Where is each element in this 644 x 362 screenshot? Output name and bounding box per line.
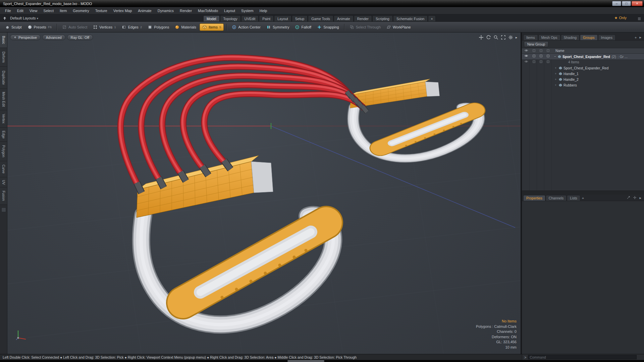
collapse-icon[interactable]: − bbox=[554, 55, 558, 58]
menu-geometry[interactable]: Geometry bbox=[70, 8, 92, 14]
close-button[interactable]: × bbox=[632, 1, 643, 6]
left-tab-fusion[interactable]: Fusion bbox=[0, 187, 7, 205]
add-panel-tab-button[interactable]: + bbox=[633, 36, 638, 40]
edges-mode-button[interactable]: Edges 2 bbox=[119, 24, 145, 31]
add-lower-tab-button[interactable]: + bbox=[581, 196, 585, 201]
menu-layout[interactable]: Layout bbox=[221, 8, 238, 14]
row-state-icons[interactable] bbox=[522, 54, 551, 57]
filter-toggle-icon[interactable] bbox=[547, 60, 549, 63]
menu-help[interactable]: Help bbox=[257, 8, 270, 14]
tab-lists[interactable]: Lists bbox=[567, 195, 580, 201]
filter-toggle-icon[interactable] bbox=[547, 55, 549, 57]
menu-file[interactable]: File bbox=[2, 8, 14, 14]
lock-toggle-icon[interactable] bbox=[540, 55, 542, 57]
left-tab-curve[interactable]: Curve bbox=[0, 161, 7, 177]
row-state-icons[interactable] bbox=[522, 60, 551, 63]
menu-edit[interactable]: Edit bbox=[14, 8, 26, 14]
tree-row-sport-chest-expander-red[interactable]: + Sport_Chest_Expander_Red bbox=[522, 65, 644, 71]
expand-panel-icon[interactable] bbox=[625, 196, 632, 201]
expander-plus-icon[interactable]: + bbox=[555, 72, 556, 75]
menu-view[interactable]: View bbox=[26, 8, 41, 14]
tab-items[interactable]: Items bbox=[523, 35, 538, 40]
layout-only-toggle[interactable]: ★ Only bbox=[614, 16, 627, 20]
tab-schematic-fusion[interactable]: Schematic Fusion bbox=[393, 15, 428, 21]
left-tab-edge[interactable]: Edge bbox=[0, 128, 7, 142]
polygons-mode-button[interactable]: Polygons bbox=[145, 24, 171, 31]
tab-topology[interactable]: Topology bbox=[220, 15, 241, 21]
menu-system[interactable]: System bbox=[238, 8, 257, 14]
tab-paint[interactable]: Paint bbox=[259, 15, 274, 21]
action-center-button[interactable]: Action Center bbox=[229, 24, 263, 31]
tree-row-rubbers[interactable]: + Rubbers bbox=[522, 82, 644, 88]
viewport-menu-arrow-icon[interactable]: ▸ bbox=[516, 36, 517, 39]
command-input[interactable] bbox=[528, 355, 637, 359]
tab-layout[interactable]: Layout bbox=[274, 15, 291, 21]
menu-render[interactable]: Render bbox=[177, 8, 195, 14]
left-tab-basic[interactable]: Basic bbox=[0, 33, 7, 48]
tree-row-handle-2[interactable]: + Handle_2 bbox=[522, 76, 644, 82]
lock-toggle-icon[interactable] bbox=[540, 60, 542, 63]
3d-viewport[interactable]: Perspective Advanced Ray GL: Off ▸ bbox=[7, 33, 521, 354]
menu-item[interactable]: Item bbox=[57, 8, 70, 14]
tab-game-tools[interactable]: Game Tools bbox=[308, 15, 333, 21]
tab-animate[interactable]: Animate bbox=[334, 15, 354, 21]
render-toggle-icon[interactable] bbox=[533, 60, 535, 63]
render-toggle-icon[interactable] bbox=[533, 55, 535, 57]
new-group-button[interactable]: New Group bbox=[524, 41, 548, 47]
perspective-button[interactable]: Perspective bbox=[10, 35, 41, 40]
left-tab-mesh-edit[interactable]: Mesh Edit bbox=[0, 89, 7, 110]
tab-model[interactable]: Model bbox=[203, 15, 220, 21]
tab-properties[interactable]: Properties bbox=[523, 195, 545, 201]
panel-overflow-icon[interactable]: ▸ bbox=[638, 196, 643, 201]
vertices-mode-button[interactable]: Vertices 1 bbox=[91, 24, 118, 31]
raygl-button[interactable]: Ray GL: Off bbox=[67, 35, 93, 40]
menu-select[interactable]: Select bbox=[40, 8, 57, 14]
select-through-button[interactable]: Select Through bbox=[347, 24, 383, 31]
left-tab-vertex[interactable]: Vertex bbox=[0, 110, 7, 128]
tree-row-handle-1[interactable]: + Handle_1 bbox=[522, 71, 644, 76]
visibility-eye-icon[interactable] bbox=[524, 60, 528, 63]
left-tab-deform[interactable]: Deform bbox=[0, 48, 7, 67]
menu-texture[interactable]: Texture bbox=[92, 8, 110, 14]
menu-dynamics[interactable]: Dynamics bbox=[155, 8, 177, 14]
default-layouts-dropdown[interactable]: Default Layouts▾ bbox=[10, 16, 38, 20]
tab-setup[interactable]: Setup bbox=[292, 15, 308, 21]
falloff-button[interactable]: Falloff bbox=[292, 24, 314, 31]
left-tab-polygon[interactable]: Polygon bbox=[0, 142, 7, 161]
minimize-button[interactable]: – bbox=[612, 1, 621, 6]
menu-animate[interactable]: Animate bbox=[135, 8, 154, 14]
add-layout-tab-button[interactable]: + bbox=[428, 15, 435, 21]
left-tab-duplicate[interactable]: Duplicate bbox=[0, 67, 7, 89]
left-strip-mini-button[interactable] bbox=[1, 207, 6, 212]
tree-row-group-root[interactable]: − Sport_Chest_Expander_Red (2) : Gr ... bbox=[522, 54, 644, 59]
bottom-scrollbar-thumb[interactable] bbox=[287, 360, 324, 362]
tab-uvedit[interactable]: UVEdit bbox=[241, 15, 259, 21]
advanced-button[interactable]: Advanced bbox=[42, 35, 65, 40]
frame-icon[interactable] bbox=[501, 35, 506, 40]
tab-render[interactable]: Render bbox=[354, 15, 372, 21]
workplane-button[interactable]: WorkPlane bbox=[384, 24, 413, 31]
layout-up-icon[interactable] bbox=[2, 16, 7, 22]
expander-plus-icon[interactable]: + bbox=[555, 78, 556, 81]
tab-groups[interactable]: Groups bbox=[580, 35, 597, 40]
gear-icon[interactable] bbox=[632, 196, 638, 201]
expander-plus-icon[interactable]: + bbox=[555, 83, 556, 87]
pan-icon[interactable] bbox=[479, 35, 484, 40]
maximize-button[interactable]: □ bbox=[622, 1, 631, 6]
layout-options-icon[interactable] bbox=[637, 16, 641, 22]
panel-tab-overflow-icon[interactable]: ▸ bbox=[638, 35, 643, 40]
sculpt-button[interactable]: Sculpt bbox=[3, 24, 24, 31]
snapping-button[interactable]: Snapping bbox=[315, 24, 341, 31]
menu-maxtomodo[interactable]: MaxToModo bbox=[195, 8, 221, 14]
tab-images[interactable]: Images bbox=[598, 35, 615, 40]
tab-mesh-ops[interactable]: Mesh Ops bbox=[538, 35, 560, 40]
visibility-eye-icon[interactable] bbox=[524, 54, 528, 57]
tab-scripting[interactable]: Scripting bbox=[372, 15, 393, 21]
gear-icon[interactable] bbox=[508, 35, 513, 40]
tab-channels[interactable]: Channels bbox=[546, 195, 567, 201]
tab-shading[interactable]: Shading bbox=[561, 35, 580, 40]
orbit-icon[interactable] bbox=[486, 35, 491, 40]
menu-vertex-map[interactable]: Vertex Map bbox=[110, 8, 135, 14]
presets-button[interactable]: Presets F6 bbox=[25, 24, 54, 31]
auto-select-button[interactable]: Auto Select bbox=[60, 24, 90, 31]
